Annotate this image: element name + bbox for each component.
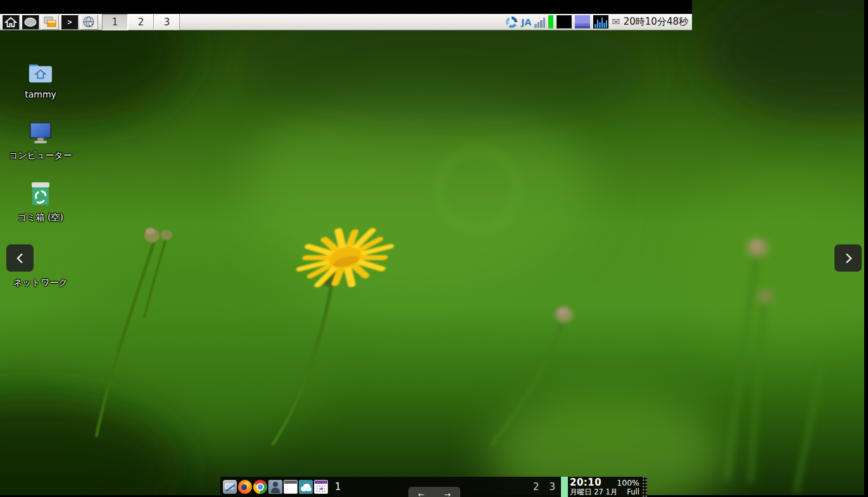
desktop-icon-label: コンピューター	[9, 150, 72, 161]
desktop-screen: > 1 2 3 JA	[0, 0, 868, 497]
home-folder-icon	[27, 61, 54, 85]
pager-workspace-2[interactable]: 2	[128, 14, 154, 30]
desktop-icon-home-folder[interactable]: tammy	[0, 60, 81, 99]
display-button[interactable]	[22, 15, 39, 30]
tray-monitor-lavender[interactable]	[575, 15, 590, 28]
page-switch-popup: ← →	[408, 487, 460, 497]
clock-date: 月曜日 27 1月	[570, 488, 617, 496]
desktop-icon-label: ゴミ箱 (空)	[18, 212, 63, 223]
cloud-launcher[interactable]	[299, 480, 313, 494]
firefox-icon	[241, 484, 247, 490]
terminal-icon: >	[67, 18, 72, 26]
panel-drag-handle[interactable]	[641, 477, 647, 497]
taskbar-workspace-2[interactable]: 2	[533, 481, 539, 493]
top-screen-strip	[0, 0, 692, 14]
file-manager-button[interactable]	[41, 15, 59, 30]
popup-right-arrow[interactable]: →	[444, 490, 450, 497]
wallpaper	[0, 0, 864, 495]
calendar-launcher[interactable]	[314, 480, 328, 494]
pager-workspace-1[interactable]: 1	[102, 14, 128, 30]
desktop-icon-computer[interactable]: コンピューター	[0, 120, 81, 161]
taskbar-workspace-1[interactable]: 1	[335, 481, 341, 493]
taskbar-workspace-3[interactable]: 3	[549, 481, 555, 493]
web-browser-button[interactable]	[80, 15, 98, 30]
display-icon	[23, 16, 37, 28]
mail-icon[interactable]: ✉	[612, 17, 620, 27]
tray-monitor-spectrum[interactable]	[593, 15, 608, 28]
panel-clock[interactable]: 20:10 100% 月曜日 27 1月 Full	[568, 477, 641, 497]
chevron-left-icon	[13, 249, 28, 267]
desktop-icon-label: ネットワーク	[13, 277, 68, 289]
terminal-button[interactable]: >	[61, 15, 79, 30]
desktop-icon-label: tammy	[25, 89, 56, 99]
window-icon	[284, 481, 297, 484]
firefox-launcher[interactable]	[238, 480, 252, 494]
system-tray: JA ✉ 20時10分48秒	[505, 14, 692, 30]
top-panel: > 1 2 3 JA	[0, 14, 692, 30]
user-icon	[273, 482, 278, 487]
cloud-icon	[299, 480, 313, 494]
top-panel-clock: 20時10分48秒	[624, 16, 689, 28]
desktop-icon-trash[interactable]: ゴミ箱 (空)	[0, 182, 81, 223]
battery-percent: 100%	[617, 479, 639, 488]
desktop-icon-network[interactable]: ネットワーク	[0, 277, 81, 289]
home-icon	[4, 16, 17, 28]
home-button[interactable]	[2, 15, 20, 30]
keyboard-layout-indicator[interactable]: JA	[521, 17, 531, 27]
chrome-icon	[256, 483, 264, 491]
trash-icon	[28, 181, 53, 208]
user-account-launcher[interactable]	[268, 480, 282, 494]
clock-time: 20:10	[570, 477, 601, 488]
prev-desktop-arrow-button[interactable]	[6, 244, 34, 272]
input-method-swirl-icon[interactable]	[505, 16, 518, 28]
signal-bars-icon[interactable]	[534, 16, 545, 28]
window-launcher[interactable]	[284, 480, 298, 494]
calendar-icon	[315, 481, 327, 484]
folder-icon	[43, 16, 57, 28]
tablet-pen-icon	[223, 480, 237, 494]
computer-icon	[27, 120, 54, 146]
tablet-input-launcher[interactable]	[223, 480, 237, 494]
globe-cursor-icon	[82, 16, 96, 28]
popup-left-arrow[interactable]: ←	[418, 490, 424, 497]
battery-level-bar	[561, 477, 568, 497]
pager-workspace-3[interactable]: 3	[154, 14, 180, 30]
next-desktop-arrow-button[interactable]	[834, 244, 862, 272]
battery-state: Full	[627, 488, 639, 496]
tray-green-indicator[interactable]	[548, 15, 553, 28]
chrome-launcher[interactable]	[253, 480, 267, 494]
tray-monitor-black[interactable]	[557, 15, 572, 28]
chevron-right-icon	[841, 249, 856, 267]
